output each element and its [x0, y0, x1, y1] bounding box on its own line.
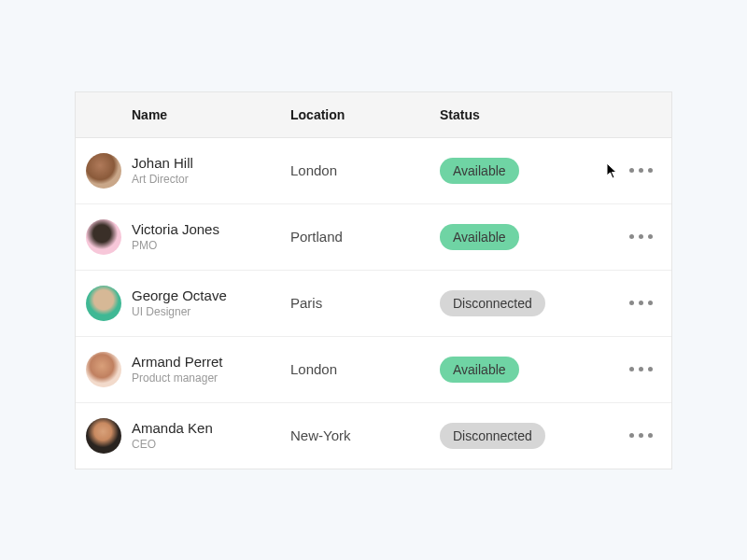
users-table: Name Location Status Johan Hill Art Dire… [75, 91, 672, 469]
name-cell: Armand Perret Product manager [132, 354, 290, 385]
avatar [86, 153, 121, 189]
user-name: George Octave [132, 287, 290, 303]
user-name: Armand Perret [132, 354, 290, 370]
avatar [86, 219, 121, 255]
column-header-location: Location [290, 107, 440, 122]
more-icon [629, 433, 634, 438]
more-icon [639, 367, 643, 371]
user-role: PMO [132, 239, 290, 252]
status-cell: Available [440, 224, 608, 250]
name-cell: Amanda Ken CEO [132, 420, 290, 451]
more-icon [629, 301, 634, 305]
status-cell: Available [440, 357, 608, 383]
more-icon [639, 433, 643, 438]
more-icon [629, 234, 634, 239]
table-row: Amanda Ken CEO New-York Disconnected [76, 403, 671, 469]
avatar-cell [76, 352, 132, 387]
more-icon [648, 367, 653, 371]
user-role: UI Designer [132, 305, 290, 318]
avatar [86, 286, 121, 321]
table-row: George Octave UI Designer Paris Disconne… [76, 271, 671, 337]
more-icon [639, 234, 643, 239]
more-icon [639, 301, 643, 305]
table-header: Name Location Status [76, 92, 671, 138]
status-cell: Disconnected [440, 290, 608, 316]
more-icon [629, 168, 634, 173]
more-icon [629, 367, 634, 371]
user-location: London [290, 361, 440, 377]
more-actions-button[interactable] [608, 234, 673, 239]
more-icon [648, 433, 653, 438]
status-badge: Available [440, 357, 519, 383]
name-cell: Johan Hill Art Director [132, 155, 290, 186]
user-location: London [290, 162, 440, 178]
more-icon [648, 234, 653, 239]
status-badge: Disconnected [440, 423, 545, 449]
more-icon [639, 168, 643, 173]
status-badge: Disconnected [440, 290, 545, 316]
status-cell: Disconnected [440, 423, 608, 449]
column-header-status: Status [440, 107, 608, 122]
user-location: Portland [290, 229, 440, 245]
more-icon [648, 301, 653, 305]
name-cell: Victoria Jones PMO [132, 221, 290, 252]
more-icon [648, 168, 653, 173]
status-badge: Available [440, 224, 519, 250]
more-actions-button[interactable] [608, 433, 673, 438]
user-role: Art Director [132, 173, 290, 186]
table-row: Johan Hill Art Director London Available [76, 138, 671, 204]
user-name: Victoria Jones [132, 221, 290, 237]
avatar [86, 418, 121, 454]
avatar-cell [76, 286, 132, 321]
avatar-cell [76, 153, 132, 189]
cursor-icon [606, 162, 619, 179]
more-actions-button[interactable] [608, 168, 673, 173]
user-role: CEO [132, 438, 290, 451]
name-cell: George Octave UI Designer [132, 287, 290, 318]
table-row: Victoria Jones PMO Portland Available [76, 204, 671, 271]
status-cell: Available [440, 158, 608, 184]
column-header-name: Name [132, 107, 290, 122]
more-actions-button[interactable] [608, 301, 673, 305]
user-location: New-York [290, 427, 440, 443]
status-badge: Available [440, 158, 519, 184]
avatar-cell [76, 418, 132, 454]
user-location: Paris [290, 295, 440, 311]
user-name: Johan Hill [132, 155, 290, 171]
user-name: Amanda Ken [132, 420, 290, 436]
user-role: Product manager [132, 371, 290, 385]
table-row: Armand Perret Product manager London Ava… [76, 337, 671, 403]
avatar-cell [76, 219, 132, 255]
more-actions-button[interactable] [608, 367, 673, 371]
avatar [86, 352, 121, 387]
